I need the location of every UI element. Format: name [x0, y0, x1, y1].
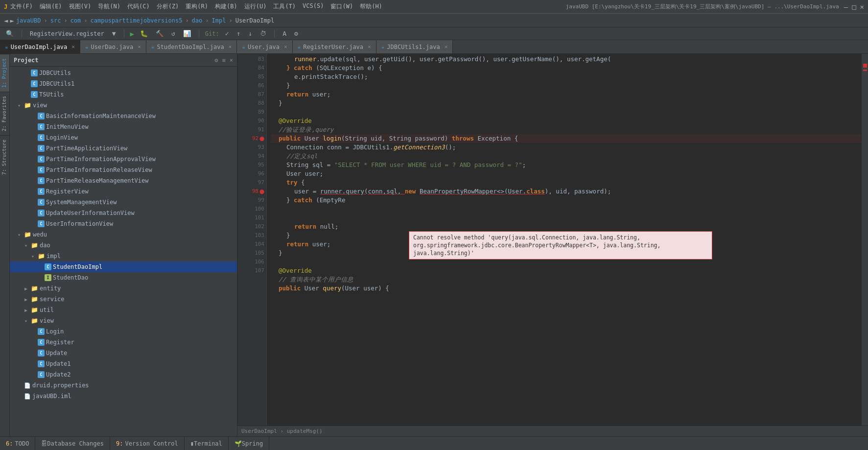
profile-button[interactable]: 📊	[181, 29, 193, 38]
menu-run[interactable]: 运行(U)	[244, 2, 267, 11]
tree-item-systemmgmt[interactable]: C SystemManagementView	[10, 197, 237, 208]
tree-item-update2[interactable]: C Update2	[10, 369, 237, 380]
code-editor[interactable]: 83 84 85 86 87 88 89 90 91 92⬤ 93 94 95 …	[237, 54, 868, 426]
menu-file[interactable]: 文件(F)	[10, 2, 33, 11]
menu-navigate[interactable]: 导航(N)	[98, 2, 120, 11]
tree-item-wedu[interactable]: ▾ 📁 wedu	[10, 229, 237, 240]
tab-userdaoimpl[interactable]: ☕ UserDaoImpl.java ×	[0, 40, 80, 53]
translate-button[interactable]: A	[281, 29, 288, 38]
menu-build[interactable]: 构建(B)	[215, 2, 237, 11]
nav-crumb-javaUBD[interactable]: javaUBD	[16, 17, 41, 24]
tree-item-loginview[interactable]: C LoginView	[10, 132, 237, 143]
menu-window[interactable]: 窗口(W)	[330, 2, 353, 11]
window-controls[interactable]: — □ ×	[844, 3, 864, 11]
tree-item-update1[interactable]: C Update1	[10, 358, 237, 369]
nav-crumb-impl[interactable]: Impl	[212, 17, 226, 24]
project-tree[interactable]: C JDBCUtils C JDBCUtils1 C TSUtils ▾ 📁 v…	[10, 67, 237, 436]
menu-tools[interactable]: 工具(T)	[273, 2, 296, 11]
tree-item-update[interactable]: C Update	[10, 348, 237, 358]
nav-crumb-com[interactable]: com	[70, 17, 81, 24]
toolbar-search-button[interactable]: 🔍	[4, 29, 16, 38]
class-icon-update1: C	[38, 360, 45, 367]
back-button[interactable]: ◄	[4, 17, 8, 24]
tree-item-userinfo[interactable]: C UserInformationView	[10, 218, 237, 229]
tree-item-jdbcutils[interactable]: C JDBCUtils	[10, 68, 237, 78]
tree-item-updateuserinfo[interactable]: C UpdateUserInformationView	[10, 208, 237, 218]
tab-close-studentdaoimpl[interactable]: ×	[229, 44, 232, 50]
tab-userdao[interactable]: ☕ UserDao.java ×	[80, 40, 146, 53]
tree-item-parttimereleasemgmt[interactable]: C PartTimeReleaseManagementView	[10, 175, 237, 186]
tab-user[interactable]: ☕ User.java ×	[237, 40, 292, 53]
build-button[interactable]: 🔨	[154, 29, 165, 38]
tab-registeruser[interactable]: ☕ RegisterUser.java ×	[293, 40, 376, 53]
bottom-tab-db[interactable]: 🗄 Database Changes	[35, 437, 110, 450]
forward-button[interactable]: ►	[10, 17, 14, 24]
bottom-tab-spring[interactable]: 🌱 Spring	[229, 437, 269, 450]
nav-crumb-dao[interactable]: dao	[192, 17, 203, 24]
tree-item-impl-folder[interactable]: ▾ 📁 impl	[10, 251, 237, 261]
project-collapse-icon[interactable]: ≡	[222, 57, 226, 64]
maximize-button[interactable]: □	[852, 3, 856, 11]
tree-label-basicinfo: BasicInformationMaintenanceView	[46, 113, 156, 119]
menu-edit[interactable]: 编辑(E)	[40, 2, 62, 11]
tree-item-studentdao[interactable]: I StudentDao	[10, 272, 237, 283]
tree-item-registerview[interactable]: C RegisterView	[10, 186, 237, 197]
menu-bar[interactable]: 文件(F) 编辑(E) 视图(V) 导航(N) 代码(C) 分析(Z) 重构(R…	[10, 2, 382, 11]
git-history-button[interactable]: ⏱	[258, 29, 268, 38]
tree-item-entity[interactable]: ▶ 📁 entity	[10, 283, 237, 294]
git-commit-button[interactable]: ✓	[223, 29, 231, 38]
git-pull-button[interactable]: ↓	[246, 29, 254, 38]
git-push-button[interactable]: ↑	[235, 29, 243, 38]
tab-close-registeruser[interactable]: ×	[368, 44, 371, 50]
project-settings-icon[interactable]: ⚙	[214, 57, 218, 64]
nav-crumb-campusparttimejobversions5[interactable]: campusparttimejobversions5	[91, 17, 183, 24]
bottom-tab-terminal[interactable]: ▮ Terminal	[185, 437, 229, 450]
tree-item-util[interactable]: ▶ 📁 util	[10, 305, 237, 315]
tree-item-parttimeapproval[interactable]: C PartTimeInformationApprovalView	[10, 154, 237, 165]
tab-studentdaoimpl[interactable]: ☕ StudentDaoImpl.java ×	[146, 40, 237, 53]
panel-structure[interactable]: 7: Structure	[0, 135, 9, 179]
tree-item-dao[interactable]: ▾ 📁 dao	[10, 240, 237, 251]
menu-help[interactable]: 帮助(H)	[360, 2, 382, 11]
menu-code[interactable]: 代码(C)	[127, 2, 150, 11]
tree-item-register[interactable]: C Register	[10, 337, 237, 348]
bottom-tab-vc[interactable]: 9: Version Control	[110, 437, 185, 450]
reload-button[interactable]: ↺	[169, 29, 177, 38]
tree-item-view-wedu[interactable]: ▾ 📁 view	[10, 315, 237, 326]
menu-refactor[interactable]: 重构(R)	[186, 2, 208, 11]
menu-analyze[interactable]: 分析(Z)	[157, 2, 179, 11]
tree-item-service[interactable]: ▶ 📁 service	[10, 294, 237, 305]
tab-close-jdbcutils1[interactable]: ×	[445, 44, 448, 50]
tree-item-studentdaoimpl[interactable]: C StudentDaoImpl	[10, 261, 237, 272]
tab-close-userdaoimpl[interactable]: ×	[71, 44, 75, 50]
tree-item-druid[interactable]: 📄 druid.properties	[10, 380, 237, 391]
right-gutter[interactable]	[861, 54, 868, 426]
tab-close-userdao[interactable]: ×	[138, 44, 141, 50]
toolbar-dropdown-button[interactable]: ▼	[110, 29, 118, 38]
debug-button[interactable]: 🐛	[138, 29, 150, 38]
nav-crumb-userdaoimpl[interactable]: UserDaoImpl	[235, 17, 274, 24]
close-button[interactable]: ×	[860, 3, 864, 11]
menu-view[interactable]: 视图(V)	[69, 2, 92, 11]
nav-crumb-src[interactable]: src	[50, 17, 61, 24]
tree-item-initmenu[interactable]: C InitMenuView	[10, 121, 237, 132]
minimize-button[interactable]: —	[844, 3, 848, 11]
panel-favorites[interactable]: 2: Favorites	[0, 92, 9, 135]
project-hide-icon[interactable]: ×	[230, 57, 233, 64]
tab-close-user[interactable]: ×	[284, 44, 287, 50]
tree-item-jdbcutils1[interactable]: C JDBCUtils1	[10, 78, 237, 89]
tree-item-basicinfo[interactable]: C BasicInformationMaintenanceView	[10, 111, 237, 121]
tree-item-tsutils[interactable]: C TSUtils	[10, 89, 237, 100]
tree-item-javaubd-iml[interactable]: 📄 javaUBD.iml	[10, 391, 237, 402]
run-button[interactable]: ▶	[130, 30, 134, 38]
toolbar-run-config[interactable]: RegisterView.register	[28, 29, 106, 38]
tree-item-view[interactable]: ▾ 📁 view	[10, 100, 237, 111]
tree-item-parttimerelease[interactable]: C PartTimeInformationReleaseView	[10, 165, 237, 175]
menu-vcs[interactable]: VCS(S)	[303, 2, 324, 11]
tab-jdbcutils1[interactable]: ☕ JDBCUtils1.java ×	[376, 40, 453, 53]
bottom-tab-todo[interactable]: 6: TODO	[0, 437, 35, 450]
tree-item-parttimeapp[interactable]: C PartTimeApplicationView	[10, 143, 237, 154]
panel-project[interactable]: 1: Project	[0, 54, 9, 92]
settings-button[interactable]: ⚙	[292, 29, 300, 38]
tree-item-login[interactable]: C Login	[10, 326, 237, 337]
